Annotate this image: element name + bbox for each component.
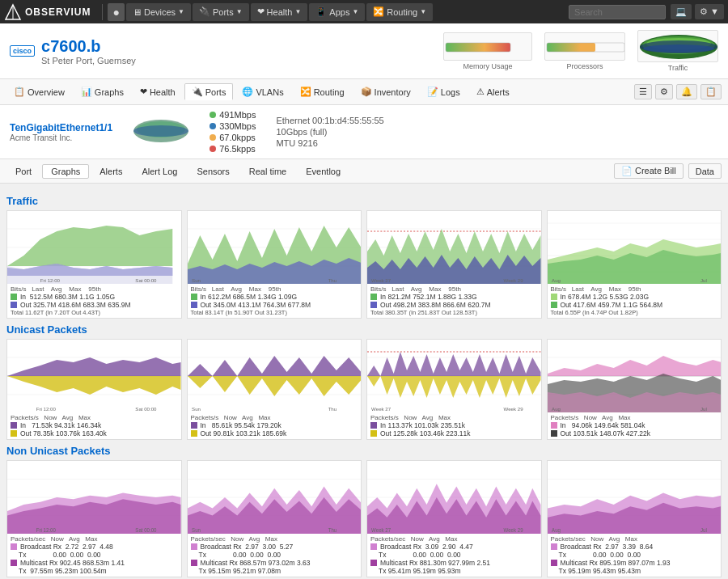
- nav-btn-health[interactable]: ❤ Health ▼: [251, 3, 308, 21]
- create-bill-button[interactable]: 📄 Create Bill: [614, 163, 684, 179]
- port-tab-sensors[interactable]: Sensors: [188, 164, 238, 179]
- alerts-icon: ⚠: [476, 87, 485, 97]
- memory-usage-graph: Memory Usage: [443, 32, 532, 70]
- cisco-logo: cisco: [10, 45, 35, 57]
- port-detail-ethernet: Ethernet 00:1b:d4:55:55:55: [276, 116, 383, 125]
- stat-pkts-out-value: 76.5kpps: [219, 144, 256, 154]
- traffic-chart-4-labels: Bits/s Last Avg Max 95th In 678.4M 1.2G …: [548, 284, 722, 318]
- stat-in-dot: [210, 112, 216, 118]
- svg-text:Aug: Aug: [552, 526, 561, 533]
- svg-text:Week 29: Week 29: [504, 278, 524, 283]
- traffic-chart-1: Fri 12:00 Sat 00:00 Bits/s Last Avg Max …: [6, 210, 182, 319]
- routing-label: Routing: [387, 7, 417, 17]
- nonunicast-chart-3: Week 27 Week 29 Packets/sec Now Avg Max …: [366, 460, 542, 577]
- nonunicast-chart-1-labels: Packets/sec Now Avg Max Broadcast Rx 2.7…: [7, 534, 181, 577]
- tab-health[interactable]: ❤ Health: [133, 83, 183, 100]
- stat-pkts-in-dot: [210, 134, 216, 141]
- apps-label: Apps: [329, 7, 349, 17]
- svg-text:Sat 00:00: Sat 00:00: [135, 526, 157, 532]
- device-name: c7600.b: [41, 37, 136, 56]
- nonunicast-chart-4: Aug Jul Packets/sec Now Avg Max Broadcas…: [547, 460, 722, 577]
- port-stat-pkts-out: 76.5kpps: [210, 144, 256, 154]
- nav-btn-apps[interactable]: 📱 Apps ▼: [309, 3, 365, 21]
- view-icon-4[interactable]: 📋: [700, 84, 722, 99]
- nav-btn-routing[interactable]: 🔀 Routing ▼: [366, 3, 433, 21]
- unicast-chart-4: Aug Jul Packets/s Now Avg Max In 94.06k …: [547, 339, 722, 440]
- traffic-chart-1-labels: Bits/s Last Avg Max 95th In 512.5M 680.3…: [7, 284, 181, 318]
- device-mini-graphs: Memory Usage Processors: [443, 30, 718, 72]
- devices-label: Devices: [144, 7, 176, 17]
- traffic-label: Traffic: [637, 64, 718, 72]
- port-tab-eventlog[interactable]: Eventlog: [297, 164, 349, 179]
- graphs-label: Graphs: [95, 87, 124, 97]
- view-icon-1[interactable]: ☰: [634, 84, 652, 99]
- tab-routing[interactable]: 🔀 Routing: [293, 83, 352, 100]
- tab-ports[interactable]: 🔌 Ports: [184, 83, 234, 100]
- svg-text:Week 29: Week 29: [504, 526, 523, 532]
- unicast-chart-2-labels: Packets/s Now Avg Max In 85.61k 95.54k 1…: [188, 412, 362, 439]
- tab-inventory[interactable]: 📦 Inventory: [353, 83, 418, 100]
- logs-icon: 📝: [427, 87, 438, 97]
- health-icon: ❤: [257, 6, 265, 17]
- svg-text:Sun: Sun: [192, 407, 201, 412]
- data-button[interactable]: Data: [688, 163, 722, 179]
- port-statistics: 491Mbps 330Mbps 67.0kpps 76.5kpps: [210, 110, 256, 154]
- nonunicast-chart-1: Fri 12:00 Sat 00:00 Packets/sec Now Avg …: [6, 460, 182, 577]
- port-tab-graphs[interactable]: Graphs: [42, 164, 89, 179]
- ports-label: Ports: [213, 7, 234, 17]
- traffic-chart-3: Week 27 Week 29 Bits/s Last Avg Max 95th…: [366, 210, 542, 319]
- unicast-chart-1-labels: Packets/s Now Avg Max In 71.53k 94.31k 1…: [7, 412, 181, 439]
- tab-vlans[interactable]: 🌐 VLANs: [235, 83, 290, 100]
- routing-icon: 🔀: [373, 6, 384, 17]
- vlans-label: VLANs: [256, 87, 283, 97]
- device-location: St Peter Port, Guernsey: [41, 56, 136, 66]
- processors-graph: Processors: [544, 32, 625, 70]
- port-tab-alert-log[interactable]: Alert Log: [133, 164, 186, 179]
- nav-btn-ports[interactable]: 🔌 Ports ▼: [193, 3, 249, 21]
- port-subname: Acme Transit Inc.: [10, 133, 112, 142]
- devices-icon: 🖥: [133, 7, 142, 17]
- svg-point-10: [643, 44, 714, 53]
- port-stat-in: 491Mbps: [210, 110, 256, 120]
- tab-overview[interactable]: 📋 Overview: [6, 83, 72, 100]
- stat-in-value: 491Mbps: [219, 110, 256, 120]
- top-navigation: OBSERVIUM ● 🖥 Devices ▼ 🔌 Ports ▼ ❤ Heal…: [0, 0, 728, 23]
- traffic-charts-row: Fri 12:00 Sat 00:00 Bits/s Last Avg Max …: [6, 210, 722, 319]
- port-identity: TenGigabitEthernet1/1 Acme Transit Inc.: [10, 122, 112, 142]
- svg-rect-4: [547, 43, 595, 52]
- view-icon-3[interactable]: 🔔: [676, 84, 697, 99]
- nonunicast-chart-2-labels: Packets/sec Now Avg Max Broadcast Rx 2.9…: [188, 534, 362, 577]
- unicast-chart-4-labels: Packets/s Now Avg Max In 94.06k 149.64k …: [548, 412, 722, 439]
- tab-alerts[interactable]: ⚠ Alerts: [469, 83, 517, 100]
- device-header: cisco c7600.b St Peter Port, Guernsey: [0, 23, 728, 79]
- tab-logs[interactable]: 📝 Logs: [420, 83, 468, 100]
- svg-text:Fri 12:00: Fri 12:00: [40, 278, 61, 283]
- port-detail-speed: 10Gbps (full): [276, 127, 383, 137]
- settings-icon-btn[interactable]: ⚙ ▼: [695, 4, 724, 19]
- port-tab-alerts[interactable]: Alerts: [91, 164, 131, 179]
- traffic-chart-3-labels: Bits/s Last Avg Max 95th In 821.2M 752.1…: [367, 284, 541, 318]
- health-tab-icon: ❤: [140, 87, 147, 97]
- port-detail-mtu: MTU 9216: [276, 138, 383, 148]
- traffic-graph: Traffic: [637, 30, 718, 72]
- secondary-navigation: 📋 Overview 📊 Graphs ❤ Health 🔌 Ports 🌐 V…: [0, 79, 728, 105]
- port-tab-realtime[interactable]: Real time: [240, 164, 295, 179]
- port-tab-port[interactable]: Port: [6, 164, 40, 179]
- svg-text:Fri 12:00: Fri 12:00: [36, 526, 57, 532]
- graphs-icon: 📊: [81, 87, 92, 97]
- monitor-icon-btn[interactable]: 💻: [671, 4, 692, 19]
- nonunicast-chart-2: Sun Thu Packets/sec Now Avg Max Broadcas…: [187, 460, 362, 577]
- apps-icon: 📱: [315, 6, 327, 17]
- search-input[interactable]: [569, 5, 666, 19]
- svg-text:Week 29: Week 29: [504, 407, 524, 412]
- view-icon-2[interactable]: ⚙: [655, 84, 673, 99]
- svg-text:Sun: Sun: [192, 526, 201, 532]
- logs-label: Logs: [441, 87, 460, 97]
- nonunicast-chart-4-labels: Packets/sec Now Avg Max Broadcast Rx 2.9…: [548, 534, 722, 577]
- nav-btn-devices[interactable]: 🖥 Devices ▼: [126, 3, 191, 21]
- health-label: Health: [267, 7, 293, 17]
- nav-btn-circle[interactable]: ●: [108, 3, 124, 21]
- svg-text:Sat 00:00: Sat 00:00: [135, 407, 157, 412]
- tab-graphs[interactable]: 📊 Graphs: [74, 83, 131, 100]
- routing-tab-icon: 🔀: [300, 87, 311, 97]
